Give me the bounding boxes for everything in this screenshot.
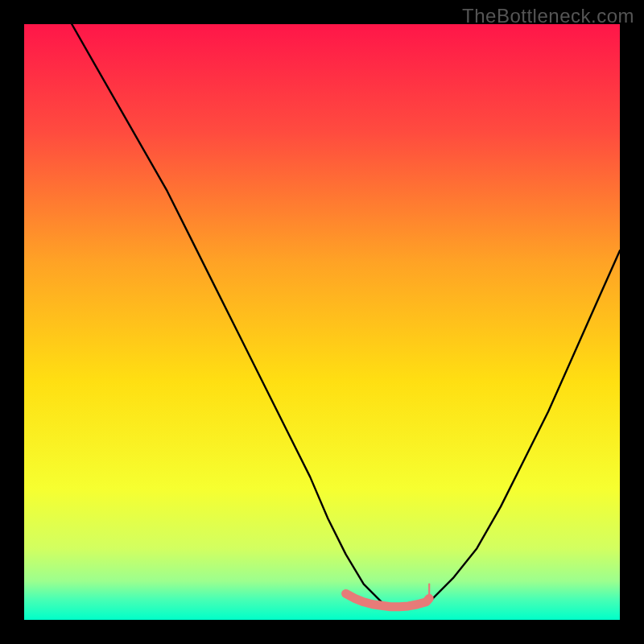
plot-svg bbox=[24, 24, 620, 620]
watermark-text: TheBottleneck.com bbox=[462, 5, 634, 27]
bottleneck-plot bbox=[24, 24, 620, 620]
gradient-background bbox=[24, 24, 620, 620]
chart-frame: TheBottleneck.com bbox=[0, 0, 644, 644]
